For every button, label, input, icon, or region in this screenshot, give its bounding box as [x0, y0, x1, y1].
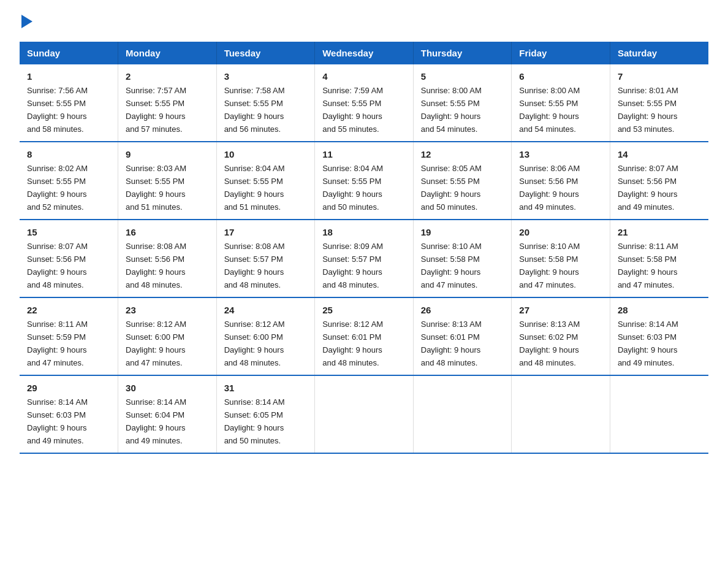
calendar-cell: 16 Sunrise: 8:08 AMSunset: 5:56 PMDaylig… [118, 220, 217, 297]
day-info: Sunrise: 8:01 AMSunset: 5:55 PMDaylight:… [618, 86, 678, 134]
calendar-cell [315, 375, 414, 453]
calendar-table: SundayMondayTuesdayWednesdayThursdayFrid… [20, 42, 708, 454]
header-tuesday: Tuesday [216, 42, 315, 64]
calendar-cell: 31 Sunrise: 8:14 AMSunset: 6:05 PMDaylig… [216, 375, 315, 453]
day-info: Sunrise: 8:13 AMSunset: 6:02 PMDaylight:… [519, 320, 580, 367]
day-number: 20 [519, 225, 602, 239]
header-wednesday: Wednesday [315, 42, 414, 64]
calendar-cell: 13 Sunrise: 8:06 AMSunset: 5:56 PMDaylig… [512, 142, 610, 220]
day-info: Sunrise: 8:08 AMSunset: 5:57 PMDaylight:… [224, 242, 285, 289]
calendar-cell: 18 Sunrise: 8:09 AMSunset: 5:57 PMDaylig… [315, 220, 414, 297]
day-info: Sunrise: 8:12 AMSunset: 6:00 PMDaylight:… [126, 320, 186, 367]
day-number: 1 [27, 69, 110, 83]
day-info: Sunrise: 8:04 AMSunset: 5:55 PMDaylight:… [224, 164, 285, 212]
day-info: Sunrise: 8:14 AMSunset: 6:03 PMDaylight:… [27, 397, 88, 445]
day-info: Sunrise: 8:11 AMSunset: 5:59 PMDaylight:… [27, 320, 88, 367]
calendar-cell: 12 Sunrise: 8:05 AMSunset: 5:55 PMDaylig… [413, 142, 512, 220]
day-number: 29 [27, 381, 110, 395]
logo [20, 15, 32, 31]
calendar-cell: 1 Sunrise: 7:56 AMSunset: 5:55 PMDayligh… [20, 64, 118, 142]
day-info: Sunrise: 8:02 AMSunset: 5:55 PMDaylight:… [27, 164, 88, 212]
calendar-cell [512, 375, 610, 453]
day-number: 15 [27, 225, 110, 239]
calendar-cell: 8 Sunrise: 8:02 AMSunset: 5:55 PMDayligh… [20, 142, 118, 220]
day-number: 13 [519, 147, 602, 161]
day-info: Sunrise: 8:10 AMSunset: 5:58 PMDaylight:… [421, 242, 482, 289]
day-number: 5 [421, 69, 504, 83]
calendar-cell: 21 Sunrise: 8:11 AMSunset: 5:58 PMDaylig… [610, 220, 708, 297]
calendar-header-row: SundayMondayTuesdayWednesdayThursdayFrid… [20, 42, 708, 64]
day-number: 28 [618, 303, 701, 317]
calendar-cell: 19 Sunrise: 8:10 AMSunset: 5:58 PMDaylig… [413, 220, 512, 297]
day-number: 25 [322, 303, 406, 317]
day-info: Sunrise: 7:59 AMSunset: 5:55 PMDaylight:… [322, 86, 383, 134]
day-info: Sunrise: 8:09 AMSunset: 5:57 PMDaylight:… [322, 242, 383, 289]
day-number: 10 [224, 147, 308, 161]
calendar-cell: 4 Sunrise: 7:59 AMSunset: 5:55 PMDayligh… [315, 64, 414, 142]
day-number: 18 [322, 225, 406, 239]
header [20, 15, 708, 31]
day-info: Sunrise: 8:07 AMSunset: 5:56 PMDaylight:… [27, 242, 88, 289]
day-number: 22 [27, 303, 110, 317]
day-number: 8 [27, 147, 110, 161]
day-number: 19 [421, 225, 504, 239]
calendar-cell [610, 375, 708, 453]
header-saturday: Saturday [610, 42, 708, 64]
calendar-week-row: 15 Sunrise: 8:07 AMSunset: 5:56 PMDaylig… [20, 220, 708, 297]
calendar-cell: 28 Sunrise: 8:14 AMSunset: 6:03 PMDaylig… [610, 297, 708, 375]
calendar-cell: 6 Sunrise: 8:00 AMSunset: 5:55 PMDayligh… [512, 64, 610, 142]
day-info: Sunrise: 8:04 AMSunset: 5:55 PMDaylight:… [322, 164, 383, 212]
header-monday: Monday [118, 42, 217, 64]
day-number: 12 [421, 147, 504, 161]
logo-arrow-icon [21, 15, 32, 28]
day-number: 31 [224, 381, 308, 395]
day-info: Sunrise: 8:13 AMSunset: 6:01 PMDaylight:… [421, 320, 482, 367]
day-info: Sunrise: 7:57 AMSunset: 5:55 PMDaylight:… [126, 86, 186, 134]
day-number: 23 [126, 303, 209, 317]
calendar-cell: 29 Sunrise: 8:14 AMSunset: 6:03 PMDaylig… [20, 375, 118, 453]
day-number: 11 [322, 147, 406, 161]
calendar-week-row: 8 Sunrise: 8:02 AMSunset: 5:55 PMDayligh… [20, 142, 708, 220]
calendar-cell: 23 Sunrise: 8:12 AMSunset: 6:00 PMDaylig… [118, 297, 217, 375]
day-info: Sunrise: 8:07 AMSunset: 5:56 PMDaylight:… [618, 164, 678, 212]
day-info: Sunrise: 7:56 AMSunset: 5:55 PMDaylight:… [27, 86, 88, 134]
day-info: Sunrise: 8:06 AMSunset: 5:56 PMDaylight:… [519, 164, 580, 212]
day-info: Sunrise: 8:08 AMSunset: 5:56 PMDaylight:… [126, 242, 186, 289]
calendar-week-row: 1 Sunrise: 7:56 AMSunset: 5:55 PMDayligh… [20, 64, 708, 142]
calendar-cell: 25 Sunrise: 8:12 AMSunset: 6:01 PMDaylig… [315, 297, 414, 375]
calendar-cell: 7 Sunrise: 8:01 AMSunset: 5:55 PMDayligh… [610, 64, 708, 142]
calendar-cell: 20 Sunrise: 8:10 AMSunset: 5:58 PMDaylig… [512, 220, 610, 297]
calendar-week-row: 29 Sunrise: 8:14 AMSunset: 6:03 PMDaylig… [20, 375, 708, 453]
day-info: Sunrise: 8:00 AMSunset: 5:55 PMDaylight:… [519, 86, 580, 134]
day-info: Sunrise: 8:11 AMSunset: 5:58 PMDaylight:… [618, 242, 678, 289]
day-info: Sunrise: 8:12 AMSunset: 6:00 PMDaylight:… [224, 320, 285, 367]
header-friday: Friday [512, 42, 610, 64]
day-info: Sunrise: 8:03 AMSunset: 5:55 PMDaylight:… [126, 164, 186, 212]
day-info: Sunrise: 8:14 AMSunset: 6:03 PMDaylight:… [618, 320, 678, 367]
calendar-cell: 26 Sunrise: 8:13 AMSunset: 6:01 PMDaylig… [413, 297, 512, 375]
calendar-cell: 17 Sunrise: 8:08 AMSunset: 5:57 PMDaylig… [216, 220, 315, 297]
calendar-cell [413, 375, 512, 453]
day-info: Sunrise: 8:05 AMSunset: 5:55 PMDaylight:… [421, 164, 482, 212]
day-info: Sunrise: 8:10 AMSunset: 5:58 PMDaylight:… [519, 242, 580, 289]
calendar-cell: 24 Sunrise: 8:12 AMSunset: 6:00 PMDaylig… [216, 297, 315, 375]
calendar-cell: 2 Sunrise: 7:57 AMSunset: 5:55 PMDayligh… [118, 64, 217, 142]
day-info: Sunrise: 8:00 AMSunset: 5:55 PMDaylight:… [421, 86, 482, 134]
day-info: Sunrise: 7:58 AMSunset: 5:55 PMDaylight:… [224, 86, 285, 134]
day-number: 16 [126, 225, 209, 239]
day-number: 17 [224, 225, 308, 239]
day-number: 4 [322, 69, 406, 83]
calendar-cell: 11 Sunrise: 8:04 AMSunset: 5:55 PMDaylig… [315, 142, 414, 220]
day-number: 26 [421, 303, 504, 317]
header-thursday: Thursday [413, 42, 512, 64]
calendar-week-row: 22 Sunrise: 8:11 AMSunset: 5:59 PMDaylig… [20, 297, 708, 375]
day-number: 3 [224, 69, 308, 83]
calendar-cell: 30 Sunrise: 8:14 AMSunset: 6:04 PMDaylig… [118, 375, 217, 453]
day-number: 9 [126, 147, 209, 161]
header-sunday: Sunday [20, 42, 118, 64]
calendar-cell: 22 Sunrise: 8:11 AMSunset: 5:59 PMDaylig… [20, 297, 118, 375]
calendar-cell: 27 Sunrise: 8:13 AMSunset: 6:02 PMDaylig… [512, 297, 610, 375]
calendar-cell: 3 Sunrise: 7:58 AMSunset: 5:55 PMDayligh… [216, 64, 315, 142]
calendar-cell: 15 Sunrise: 8:07 AMSunset: 5:56 PMDaylig… [20, 220, 118, 297]
day-number: 2 [126, 69, 209, 83]
